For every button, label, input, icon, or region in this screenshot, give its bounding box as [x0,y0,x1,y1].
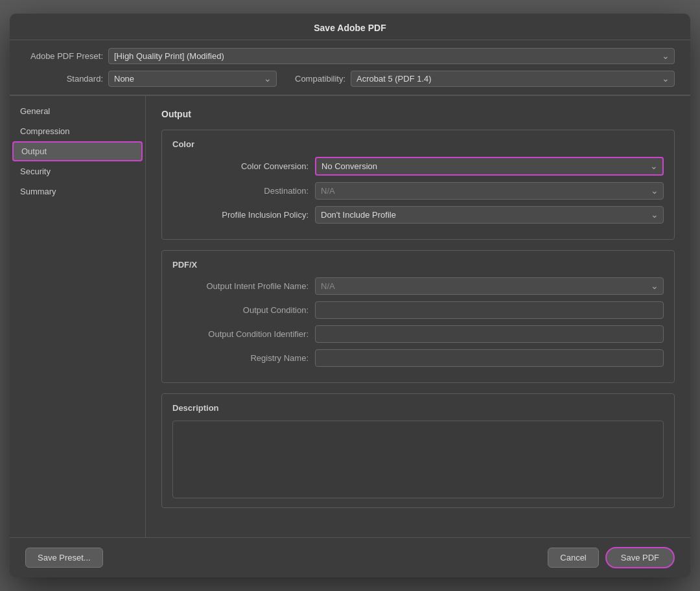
pdfx-group-title: PDF/X [172,260,664,270]
compatibility-select-wrapper: Acrobat 5 (PDF 1.4) [351,71,675,87]
save-preset-button[interactable]: Save Preset... [25,548,103,568]
output-intent-label: Output Intent Profile Name: [172,281,315,291]
registry-name-row: Registry Name: [172,349,664,367]
destination-select-wrapper: N/A [315,182,664,200]
output-condition-identifier-row: Output Condition Identifier: [172,325,664,343]
save-pdf-button[interactable]: Save PDF [605,547,675,568]
description-title: Description [172,403,664,413]
output-condition-label: Output Condition: [172,305,315,315]
output-condition-identifier-input[interactable] [315,325,664,343]
color-group: Color Color Conversion: No Conversion De… [161,130,675,240]
output-condition-identifier-label: Output Condition Identifier: [172,329,315,339]
sidebar-item-security[interactable]: Security [10,161,145,181]
color-group-title: Color [172,139,664,149]
std-compat-row: Standard: None Compatibility: Acrobat 5 … [25,71,675,87]
preset-select-wrapper: [High Quality Print] (Modified) [108,48,675,64]
footer: Save Preset... Cancel Save PDF [10,537,690,577]
output-intent-row: Output Intent Profile Name: N/A [172,277,664,295]
color-conversion-row: Color Conversion: No Conversion [172,157,664,176]
content-area: Output Color Color Conversion: No Conver… [146,96,690,537]
pdfx-group: PDF/X Output Intent Profile Name: N/A Ou… [161,250,675,383]
dialog-title-bar: Save Adobe PDF [10,14,690,40]
output-condition-identifier-wrapper [315,325,664,343]
section-title: Output [161,109,675,119]
output-condition-wrapper [315,301,664,319]
output-condition-input[interactable] [315,301,664,319]
dialog-title: Save Adobe PDF [314,23,386,33]
profile-inclusion-row: Profile Inclusion Policy: Don't Include … [172,206,664,224]
compatibility-label: Compatibility: [295,74,345,84]
output-condition-row: Output Condition: [172,301,664,319]
color-conversion-select-wrapper: No Conversion [315,157,664,176]
output-intent-select[interactable]: N/A [315,277,664,295]
description-group: Description [161,393,675,508]
sidebar-item-general[interactable]: General [10,101,145,121]
profile-inclusion-select-wrapper: Don't Include Profile [315,206,664,224]
footer-right: Cancel Save PDF [548,547,675,568]
top-controls: Adobe PDF Preset: [High Quality Print] (… [10,40,690,95]
standard-select[interactable]: None [108,71,277,87]
sidebar-item-compression[interactable]: Compression [10,121,145,141]
registry-name-label: Registry Name: [172,353,315,363]
save-pdf-dialog: Save Adobe PDF Adobe PDF Preset: [High Q… [10,14,690,577]
compatibility-select[interactable]: Acrobat 5 (PDF 1.4) [351,71,675,87]
preset-row: Adobe PDF Preset: [High Quality Print] (… [25,48,675,64]
color-conversion-label: Color Conversion: [172,161,315,171]
registry-name-input[interactable] [315,349,664,367]
destination-select[interactable]: N/A [315,182,664,200]
destination-row: Destination: N/A [172,182,664,200]
cancel-button[interactable]: Cancel [548,548,598,568]
color-conversion-select[interactable]: No Conversion [315,157,664,176]
preset-select[interactable]: [High Quality Print] (Modified) [108,48,675,64]
sidebar-item-output[interactable]: Output [12,141,143,161]
sidebar: General Compression Output Security Summ… [10,96,146,537]
profile-inclusion-label: Profile Inclusion Policy: [172,210,315,220]
registry-name-wrapper [315,349,664,367]
destination-label: Destination: [172,186,315,196]
main-area: General Compression Output Security Summ… [10,95,690,537]
standard-select-wrapper: None [108,71,277,87]
preset-label: Adobe PDF Preset: [25,51,103,61]
description-box [172,421,664,498]
sidebar-item-summary[interactable]: Summary [10,181,145,202]
standard-label: Standard: [25,74,103,84]
profile-inclusion-select[interactable]: Don't Include Profile [315,206,664,224]
output-intent-select-wrapper: N/A [315,277,664,295]
